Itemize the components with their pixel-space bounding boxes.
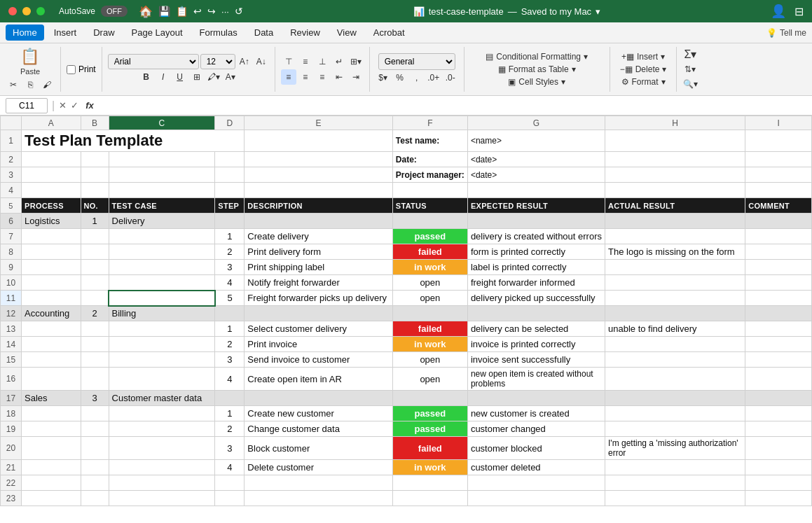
process-accounting[interactable]: Accounting bbox=[22, 306, 81, 321]
desc-20[interactable]: Block customer bbox=[245, 437, 392, 460]
copy-btn-icon[interactable]: ⎘ bbox=[22, 77, 38, 92]
desc-16[interactable]: Create open item in AR bbox=[245, 368, 392, 391]
status-13[interactable]: failed bbox=[392, 321, 467, 337]
cancel-formula-icon[interactable]: ✕ bbox=[59, 100, 67, 111]
dec-dec-button[interactable]: .0- bbox=[443, 70, 458, 85]
fx-icon[interactable]: fx bbox=[85, 100, 94, 111]
desc-6[interactable] bbox=[245, 214, 392, 229]
home-icon[interactable]: 🏠 bbox=[139, 5, 153, 18]
step-10[interactable]: 4 bbox=[215, 275, 245, 291]
comment-16[interactable] bbox=[745, 368, 812, 391]
header-step[interactable]: STEP bbox=[215, 198, 245, 214]
testcase-cmd[interactable]: Customer master data bbox=[109, 391, 215, 406]
e4[interactable] bbox=[245, 183, 392, 198]
row-num-3[interactable]: 3 bbox=[1, 167, 22, 183]
actual-10[interactable] bbox=[605, 275, 745, 291]
e3[interactable] bbox=[245, 167, 392, 183]
menu-acrobat[interactable]: Acrobat bbox=[366, 25, 412, 41]
status-17[interactable] bbox=[392, 391, 467, 406]
header-expected[interactable]: EXPECTED RESULT bbox=[467, 198, 605, 214]
more-icon[interactable]: ··· bbox=[221, 6, 229, 17]
desc-18[interactable]: Create new customer bbox=[245, 406, 392, 421]
comment-18[interactable] bbox=[745, 406, 812, 421]
h4[interactable] bbox=[605, 183, 745, 198]
row-num-12[interactable]: 12 bbox=[1, 306, 22, 321]
b4[interactable] bbox=[81, 183, 109, 198]
status-20[interactable]: failed bbox=[392, 437, 467, 460]
cut-icon[interactable]: ✂ bbox=[6, 77, 21, 92]
wrap-text-button[interactable]: ↵ bbox=[331, 54, 347, 69]
c22[interactable] bbox=[109, 475, 215, 491]
header-testcase[interactable]: TEST CASE bbox=[109, 198, 215, 214]
format-cells-button[interactable]: ⚙ Format ▾ bbox=[617, 76, 670, 88]
c9[interactable] bbox=[109, 260, 215, 275]
a19[interactable] bbox=[22, 421, 81, 437]
actual-21[interactable] bbox=[605, 460, 745, 475]
b16[interactable] bbox=[81, 368, 109, 391]
title-cell[interactable]: Test Plan Template bbox=[22, 130, 245, 152]
f23[interactable] bbox=[392, 491, 467, 506]
row-num-21[interactable]: 21 bbox=[1, 460, 22, 475]
comment-6[interactable] bbox=[745, 214, 812, 229]
row-num-6[interactable]: 6 bbox=[1, 214, 22, 229]
i2[interactable] bbox=[745, 152, 812, 167]
desc-8[interactable]: Print delivery form bbox=[245, 244, 392, 260]
formula-input[interactable] bbox=[101, 98, 806, 113]
status-10[interactable]: open bbox=[392, 275, 467, 291]
menu-data[interactable]: Data bbox=[247, 25, 280, 41]
expected-6[interactable] bbox=[467, 214, 605, 229]
i23[interactable] bbox=[745, 491, 812, 506]
menu-page-layout[interactable]: Page Layout bbox=[125, 25, 190, 41]
menu-home[interactable]: Home bbox=[6, 25, 44, 41]
expected-20[interactable]: customer blocked bbox=[467, 437, 605, 460]
d22[interactable] bbox=[215, 475, 245, 491]
b21[interactable] bbox=[81, 460, 109, 475]
format-painter-icon[interactable]: 🖌 bbox=[39, 77, 55, 92]
d23[interactable] bbox=[215, 491, 245, 506]
header-status[interactable]: STATUS bbox=[392, 198, 467, 214]
indent-less-button[interactable]: ⇤ bbox=[331, 69, 347, 85]
save-icon[interactable]: 💾 bbox=[158, 6, 170, 17]
status-21[interactable]: in work bbox=[392, 460, 467, 475]
info-f1[interactable]: Test name: bbox=[392, 130, 467, 152]
desc-19[interactable]: Change customer data bbox=[245, 421, 392, 437]
sort-filter-button[interactable]: ⇅▾ bbox=[682, 62, 698, 76]
header-comment[interactable]: Comment bbox=[745, 198, 812, 214]
cell-styles-button[interactable]: ▣ Cell Styles ▾ bbox=[504, 76, 570, 88]
a10[interactable] bbox=[22, 275, 81, 291]
actual-15[interactable] bbox=[605, 352, 745, 368]
align-middle-button[interactable]: ≡ bbox=[298, 54, 313, 69]
a21[interactable] bbox=[22, 460, 81, 475]
testcase-billing[interactable]: Billing bbox=[109, 306, 215, 321]
ribbon-toggle[interactable]: ⊟ bbox=[794, 5, 804, 18]
row-num-23[interactable]: 23 bbox=[1, 491, 22, 506]
actual-19[interactable] bbox=[605, 421, 745, 437]
menu-draw[interactable]: Draw bbox=[86, 25, 121, 41]
row-num-11[interactable]: 11 bbox=[1, 291, 22, 306]
expected-21[interactable]: customer deleted bbox=[467, 460, 605, 475]
a20[interactable] bbox=[22, 437, 81, 460]
a9[interactable] bbox=[22, 260, 81, 275]
g23[interactable] bbox=[467, 491, 605, 506]
empty-h1[interactable] bbox=[605, 130, 745, 152]
a15[interactable] bbox=[22, 352, 81, 368]
conditional-formatting-button[interactable]: ▤ Conditional Formatting ▾ bbox=[481, 50, 592, 63]
a2[interactable] bbox=[22, 152, 81, 167]
c3[interactable] bbox=[109, 167, 215, 183]
a16[interactable] bbox=[22, 368, 81, 391]
row-num-22[interactable]: 22 bbox=[1, 475, 22, 491]
sum-button[interactable]: Σ▾ bbox=[682, 47, 698, 62]
cell-reference-input[interactable] bbox=[6, 98, 48, 113]
d4[interactable] bbox=[215, 183, 245, 198]
step-15[interactable]: 3 bbox=[215, 352, 245, 368]
expected-19[interactable]: customer changed bbox=[467, 421, 605, 437]
b20[interactable] bbox=[81, 437, 109, 460]
a13[interactable] bbox=[22, 321, 81, 337]
comment-10[interactable] bbox=[745, 275, 812, 291]
desc-17[interactable] bbox=[245, 391, 392, 406]
status-9[interactable]: in work bbox=[392, 260, 467, 275]
col-header-f[interactable]: F bbox=[392, 116, 467, 130]
borders-button[interactable]: ⊞ bbox=[189, 69, 205, 85]
c21[interactable] bbox=[109, 460, 215, 475]
comment-19[interactable] bbox=[745, 421, 812, 437]
